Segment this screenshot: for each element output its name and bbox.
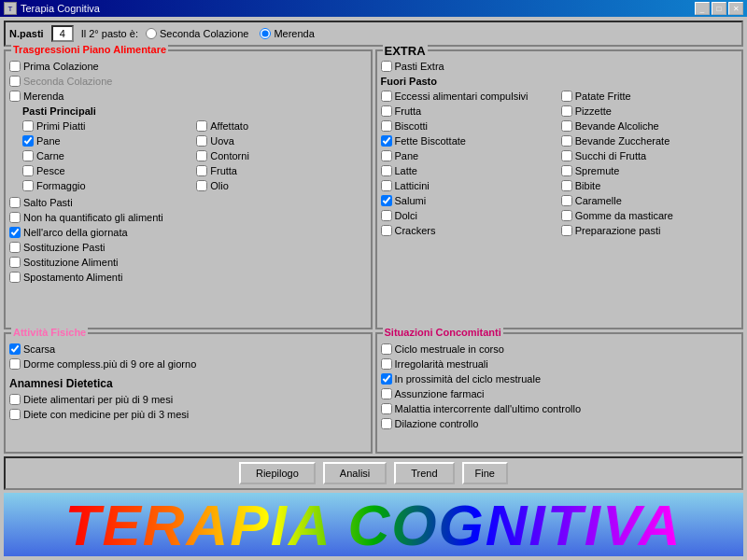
scarsa-check[interactable] [9,343,21,355]
preparazione-item: Preparazione pasti [561,223,738,238]
dorme-check[interactable] [9,358,21,370]
diete-9mesi-check[interactable] [9,394,21,405]
farmaci-label: Assunzione farmaci [395,386,485,401]
ciclo-check[interactable] [381,343,392,355]
spostamento-alimenti-item: Spostamento Alimenti [9,270,367,285]
latticini-check[interactable] [381,180,392,191]
irregolarita-check[interactable] [381,358,392,370]
radio-seconda-colazione[interactable]: Seconda Colazione [146,28,248,39]
uova-item: Uova [196,133,366,148]
dilazione-check[interactable] [381,418,392,429]
dolci-check[interactable] [381,210,392,221]
prima-colazione-check[interactable] [9,61,21,72]
primi-piatti-check[interactable] [22,120,34,132]
riepilogo-button[interactable]: Riepilogo [239,462,316,484]
fette-check[interactable] [381,135,392,147]
title-bar-text: Terapia Cognitiva [21,3,100,14]
malattia-check[interactable] [381,403,392,414]
latte-check[interactable] [381,165,392,176]
quantificato-item: Non ha quantificato gli alimenti [9,210,367,225]
patate-check[interactable] [561,91,572,102]
ciclo-item: Ciclo mestruale in corso [381,342,739,357]
pane-extra-check[interactable] [381,150,392,161]
situazioni-title: Situazioni Concomitanti [383,327,503,338]
pesce-label: Pesce [36,163,65,178]
prossimita-check[interactable] [381,373,392,385]
sostituzione-alimenti-check[interactable] [9,257,21,268]
spremute-check[interactable] [561,165,572,176]
diete-medicine-check[interactable] [9,409,21,420]
succhi-check[interactable] [561,150,572,161]
frutta-extra-check[interactable] [381,105,392,117]
trend-button[interactable]: Trend [394,462,454,484]
title-bar: T Terapia Cognitiva _ □ ✕ [0,0,747,17]
spostamento-alimenti-check[interactable] [9,272,21,283]
diete-medicine-item: Diete con medicine per più di 3 mesi [9,407,367,422]
nellarco-check[interactable] [9,227,21,238]
crackers-check[interactable] [381,225,392,236]
caramelle-check[interactable] [561,195,572,206]
carne-check[interactable] [22,150,34,161]
pane-check[interactable] [22,135,34,147]
formaggio-check[interactable] [22,180,34,191]
gomme-check[interactable] [561,210,572,221]
maximize-button[interactable]: □ [712,2,726,15]
situazioni-group: Situazioni Concomitanti Ciclo mestruale … [375,332,744,454]
preparazione-check[interactable] [561,225,572,236]
pasti-extra-item: Pasti Extra [381,59,739,74]
frutta-pasto-check[interactable] [196,165,207,176]
biscotti-check[interactable] [381,120,392,132]
quantificato-label: Non ha quantificato gli alimenti [23,210,163,225]
extra-title: EXTRA [383,44,428,58]
latte-label: Latte [395,163,417,178]
radio-seconda-colazione-label: Seconda Colazione [160,28,248,39]
minimize-button[interactable]: _ [695,2,710,15]
merenda-check[interactable] [9,91,21,102]
radio-merenda[interactable]: Merenda [260,28,314,39]
quantificato-check[interactable] [9,212,21,223]
npasti-input[interactable] [51,25,74,42]
bev-zucch-check[interactable] [561,135,572,147]
affettato-item: Affettato [196,119,366,133]
bev-alcoliche-check[interactable] [561,120,572,132]
pesce-item: Pesce [22,163,192,178]
crackers-item: Crackers [381,223,557,238]
seconda-colazione-check[interactable] [9,76,21,87]
radio-merenda-input[interactable] [260,28,271,39]
radio-seconda-colazione-input[interactable] [146,28,157,39]
analisi-button[interactable]: Analisi [323,462,387,484]
sostituzione-pasti-check[interactable] [9,242,21,253]
buttons-area: Riepilogo Analisi Trend Fine [4,456,743,490]
primi-piatti-label: Primi Piatti [36,119,86,133]
dorme-label: Dorme compless.più di 9 ore al giorno [23,357,196,371]
fuori-right-col: Patate Fritte Pizzette Bevande Alcoliche [561,89,738,238]
pasti-extra-check[interactable] [381,61,392,72]
prossimita-label: In prossimità del ciclo mestruale [395,371,542,386]
bev-zucch-label: Bevande Zuccherate [575,133,670,148]
olio-item: Olio [196,178,366,193]
primi-piatti-item: Primi Piatti [22,119,192,133]
bibite-item: Bibite [561,178,738,193]
fine-button[interactable]: Fine [462,462,508,484]
olio-check[interactable] [196,180,207,191]
contorni-check[interactable] [196,150,207,161]
prima-colazione-label: Prima Colazione [23,59,99,74]
pesce-check[interactable] [22,165,34,176]
olio-label: Olio [210,178,229,193]
spostamento-alimenti-label: Spostamento Alimenti [23,270,122,285]
farmaci-check[interactable] [381,388,392,399]
eccessi-check[interactable] [381,91,392,102]
irregolarita-item: Irregolarità mestruali [381,357,739,371]
bibite-check[interactable] [561,180,572,191]
salumi-check[interactable] [381,195,392,206]
salto-pasti-check[interactable] [9,197,21,208]
dilazione-item: Dilazione controllo [381,416,739,431]
merenda-label: Merenda [23,89,63,104]
pizzette-check[interactable] [561,105,572,117]
uova-check[interactable] [196,135,207,147]
frutta-pasto-label: Frutta [210,163,237,178]
bev-alcoliche-item: Bevande Alcoliche [561,119,738,133]
affettato-check[interactable] [196,120,207,132]
close-button[interactable]: ✕ [728,2,743,15]
window-controls: _ □ ✕ [695,2,743,15]
